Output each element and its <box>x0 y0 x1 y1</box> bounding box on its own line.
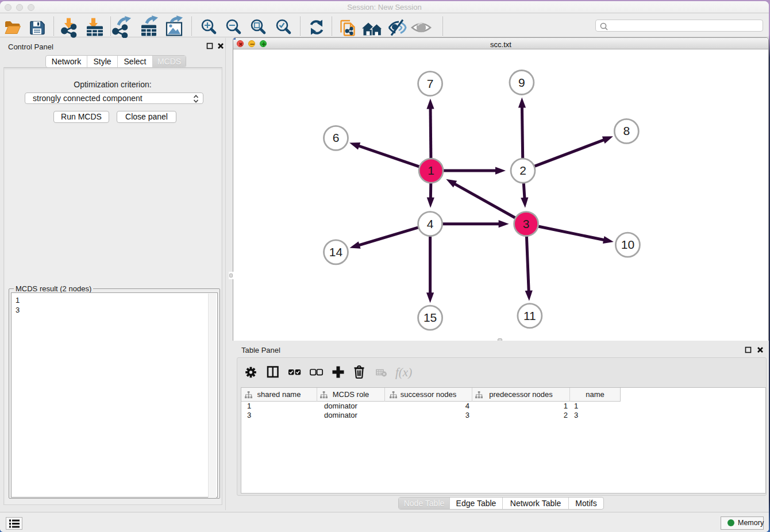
svg-text:7: 7 <box>427 77 434 90</box>
svg-text:11: 11 <box>523 309 536 322</box>
svg-text:1: 1 <box>428 164 434 177</box>
svg-text:4: 4 <box>427 217 434 230</box>
svg-text:2: 2 <box>519 164 526 177</box>
svg-text:f(x): f(x) <box>395 365 412 379</box>
svg-text:10: 10 <box>621 238 634 251</box>
svg-text:9: 9 <box>518 76 525 89</box>
svg-text:8: 8 <box>623 124 630 137</box>
svg-text:15: 15 <box>424 311 437 324</box>
svg-text:3: 3 <box>523 217 530 230</box>
svg-text:6: 6 <box>333 131 340 144</box>
svg-text:14: 14 <box>329 245 343 259</box>
